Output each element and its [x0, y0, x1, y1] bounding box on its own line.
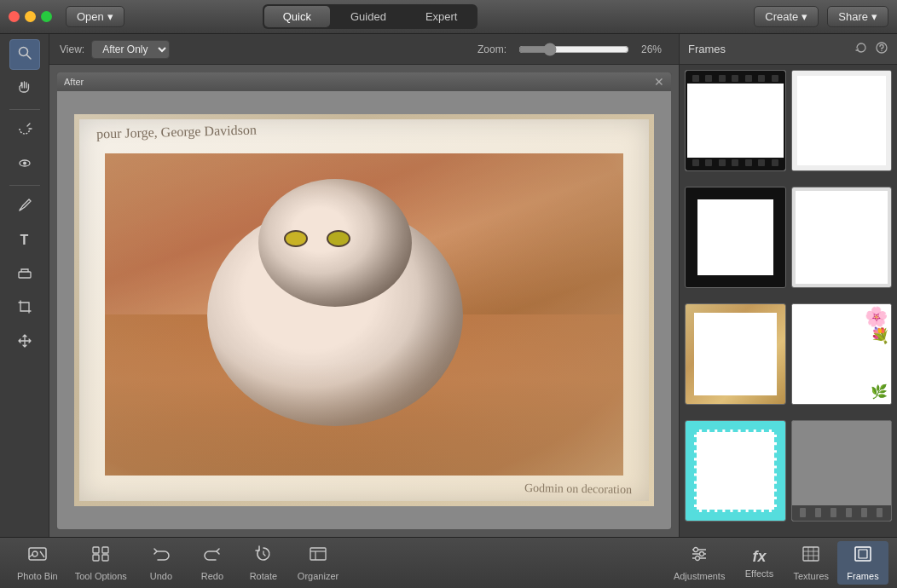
svg-point-20 [700, 552, 704, 556]
create-label: Create [765, 10, 798, 23]
panel-title: Frames [688, 43, 726, 55]
panel-header-icons [854, 41, 888, 57]
canvas-content: pour Jorge, George Davidson Godmin on de… [57, 91, 671, 529]
organizer-icon [308, 545, 328, 568]
effects-label: Effects [745, 568, 773, 579]
view-select[interactable]: After Only [91, 40, 170, 59]
quick-select-tool[interactable] [9, 115, 40, 146]
tab-quick[interactable]: Quick [264, 6, 330, 27]
toolbar-separator [9, 109, 40, 110]
crop-tool[interactable] [9, 293, 40, 324]
handwriting-bottom: Godmin on decoration [524, 481, 632, 497]
undo-label: Undo [150, 571, 172, 581]
organizer-label: Organizer [298, 571, 339, 581]
svg-point-19 [694, 548, 698, 552]
titlebar: Open ▾ Quick Guided Expert Create ▾ Shar… [0, 0, 897, 34]
canvas-window-titlebar: After ✕ [57, 72, 671, 91]
redo-icon [202, 545, 223, 568]
canvas-window-title: After [64, 77, 84, 87]
tab-group: Quick Guided Expert [263, 4, 478, 29]
textures-label: Textures [793, 571, 829, 581]
text-icon: T [20, 233, 29, 248]
create-button[interactable]: Create ▾ [754, 6, 819, 27]
svg-point-6 [881, 50, 882, 51]
frames-tool[interactable]: Frames [837, 541, 888, 585]
tool-options-tool[interactable]: Tool Options [67, 541, 136, 585]
move-tool[interactable] [9, 327, 40, 358]
open-dropdown-arrow: ▾ [107, 10, 113, 23]
canvas-window: After ✕ [56, 72, 672, 530]
zoom-icon [17, 45, 32, 64]
canvas-close-button[interactable]: ✕ [654, 76, 664, 88]
frame-filmstrip2[interactable] [791, 420, 893, 522]
rotate-icon [253, 545, 274, 568]
quick-select-icon [17, 121, 32, 140]
photo-bin-icon [27, 545, 48, 568]
canvas-viewport[interactable]: After ✕ [49, 65, 679, 537]
tool-options-icon [90, 545, 111, 568]
right-panel: Frames [679, 34, 897, 537]
frame-floral[interactable]: 🌸 💐 🌿 [791, 303, 893, 405]
right-panel-header: Frames [680, 34, 897, 65]
view-label: View: [60, 43, 84, 55]
zoom-slider[interactable] [518, 43, 629, 56]
textures-tool[interactable]: Textures [784, 541, 837, 585]
hand-tool[interactable] [9, 73, 40, 104]
close-button[interactable] [9, 11, 20, 22]
text-tool[interactable]: T [9, 225, 40, 256]
adjustments-icon [689, 545, 709, 568]
photo-bin-tool[interactable]: Photo Bin [9, 541, 67, 585]
frame-black-thick[interactable] [685, 187, 786, 288]
adjustments-tool[interactable]: Adjustments [665, 541, 734, 585]
photo-bin-label: Photo Bin [17, 571, 58, 581]
svg-line-1 [26, 55, 31, 60]
redo-label: Redo [201, 571, 223, 581]
svg-rect-10 [102, 547, 108, 553]
frame-filmstrip[interactable] [685, 70, 786, 171]
bottom-right-tools: Adjustments fx Effects Textures [665, 541, 888, 585]
bottom-toolbar: Photo Bin Tool Options Undo [0, 537, 897, 588]
frames-grid: 🌸 💐 🌿 [680, 65, 897, 537]
eraser-icon [17, 265, 32, 284]
toolbar-separator2 [9, 185, 40, 186]
maximize-button[interactable] [41, 11, 52, 22]
rotate-label: Rotate [250, 571, 277, 581]
undo-tool[interactable]: Undo [136, 541, 187, 585]
frame-teal-dotted[interactable] [685, 420, 786, 522]
svg-rect-9 [93, 547, 99, 553]
tab-expert[interactable]: Expert [407, 6, 477, 27]
traffic-lights [9, 11, 52, 22]
adjustments-label: Adjustments [674, 571, 726, 581]
share-button[interactable]: Share ▾ [827, 6, 888, 27]
red-eye-icon [17, 155, 32, 174]
open-button[interactable]: Open ▾ [66, 6, 124, 27]
redo-tool[interactable]: Redo [187, 541, 238, 585]
frames-label: Frames [847, 571, 878, 581]
frame-white-thin[interactable] [791, 70, 893, 171]
effects-tool[interactable]: fx Effects [733, 545, 784, 582]
tab-guided[interactable]: Guided [332, 6, 405, 27]
undo-icon [151, 545, 171, 568]
share-arrow: ▾ [871, 10, 877, 23]
svg-rect-22 [803, 547, 819, 561]
tool-options-label: Tool Options [75, 571, 127, 581]
handwriting-top: pour Jorge, George Davidson [96, 123, 257, 142]
minimize-button[interactable] [25, 11, 36, 22]
brush-tool[interactable] [9, 191, 40, 222]
organizer-tool[interactable]: Organizer [289, 541, 347, 585]
crop-icon [17, 299, 32, 318]
panel-refresh-button[interactable] [854, 41, 868, 57]
svg-point-21 [696, 556, 700, 561]
red-eye-tool[interactable] [9, 149, 40, 180]
svg-rect-12 [102, 555, 108, 561]
zoom-tool[interactable] [9, 39, 40, 70]
rotate-tool[interactable]: Rotate [238, 541, 289, 585]
panel-help-button[interactable] [875, 41, 888, 57]
eraser-tool[interactable] [9, 259, 40, 290]
main-layout: T [0, 34, 897, 537]
share-label: Share [838, 10, 868, 23]
frame-wood[interactable] [685, 303, 786, 405]
svg-rect-4 [19, 272, 31, 278]
frame-white-medium[interactable] [791, 187, 893, 288]
move-icon [17, 333, 32, 352]
